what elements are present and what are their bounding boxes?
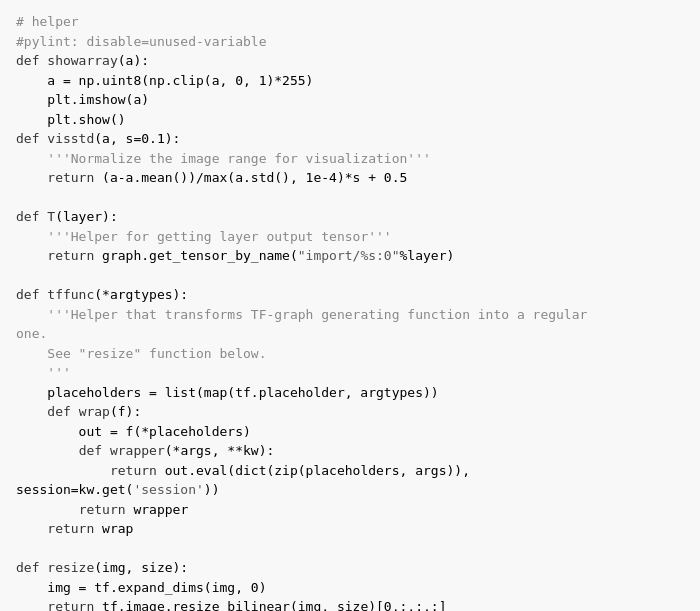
line-21: def wrap(f): <box>16 404 141 419</box>
line-26: return wrapper <box>16 502 188 517</box>
code-container: # helper #pylint: disable=unused-variabl… <box>0 0 700 611</box>
line-22: out = f(*placeholders) <box>16 424 251 439</box>
line-27: return wrap <box>16 521 133 536</box>
line-13: return graph.get_tensor_by_name("import/… <box>16 248 454 263</box>
line-12: '''Helper for getting layer output tenso… <box>16 229 392 244</box>
line-3: def showarray(a): <box>16 53 149 68</box>
line-2: #pylint: disable=unused-variable <box>16 34 266 49</box>
line-11: def T(layer): <box>16 209 118 224</box>
line-17: one. <box>16 326 47 341</box>
line-31: return tf.image.resize_bilinear(img, siz… <box>16 599 446 611</box>
line-24: return out.eval(dict(zip(placeholders, a… <box>16 463 470 478</box>
line-19: ''' <box>16 365 71 380</box>
code-block: # helper #pylint: disable=unused-variabl… <box>16 12 684 611</box>
line-8: '''Normalize the image range for visuali… <box>16 151 431 166</box>
line-15: def tffunc(*argtypes): <box>16 287 188 302</box>
line-9: return (a-a.mean())/max(a.std(), 1e-4)*s… <box>16 170 407 185</box>
line-5: plt.imshow(a) <box>16 92 149 107</box>
line-7: def visstd(a, s=0.1): <box>16 131 180 146</box>
line-16: '''Helper that transforms TF-graph gener… <box>16 307 587 322</box>
line-23: def wrapper(*args, **kw): <box>16 443 274 458</box>
line-30: img = tf.expand_dims(img, 0) <box>16 580 266 595</box>
line-6: plt.show() <box>16 112 126 127</box>
line-1: # helper <box>16 14 79 29</box>
line-20: placeholders = list(map(tf.placeholder, … <box>16 385 439 400</box>
line-4: a = np.uint8(np.clip(a, 0, 1)*255) <box>16 73 313 88</box>
line-18: See "resize" function below. <box>16 346 266 361</box>
line-29: def resize(img, size): <box>16 560 188 575</box>
line-25: session=kw.get('session')) <box>16 482 220 497</box>
